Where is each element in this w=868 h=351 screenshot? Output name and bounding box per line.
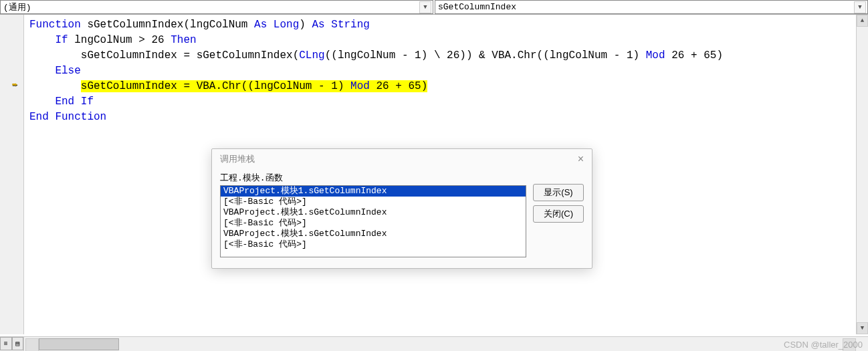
- t: 26 + 65): [370, 80, 427, 92]
- kw: CLng: [299, 49, 324, 62]
- horizontal-scrollbar[interactable]: [25, 338, 856, 350]
- procedure-dropdown[interactable]: sGetColumnIndex ▼: [435, 0, 868, 14]
- list-item[interactable]: [<非-Basic 代码>]: [221, 239, 526, 250]
- t: lngColNum > 26: [68, 34, 171, 46]
- t: sGetColumnIndex = sGetColumnIndex(: [81, 49, 299, 62]
- dialog-titlebar[interactable]: 调用堆栈 ×: [212, 149, 592, 169]
- kw: End If: [55, 96, 94, 108]
- scroll-down-icon[interactable]: ▼: [857, 322, 868, 334]
- stack-list[interactable]: VBAProject.模块1.sGetColumnIndex [<非-Basic…: [220, 185, 526, 257]
- list-item[interactable]: [<非-Basic 代码>]: [221, 197, 526, 207]
- execution-pointer-icon: ➨: [12, 79, 17, 90]
- bottom-bar: ≡ ▤: [0, 336, 868, 351]
- close-icon[interactable]: ×: [578, 153, 584, 165]
- list-item[interactable]: [<非-Basic 代码>]: [221, 218, 526, 229]
- close-button[interactable]: 关闭(C): [533, 205, 584, 223]
- dialog-title-text: 调用堆栈: [220, 153, 255, 165]
- gutter: ➨: [0, 15, 24, 334]
- object-dropdown[interactable]: (通用) ▼: [0, 0, 433, 14]
- kw: End Function: [29, 111, 106, 123]
- t: 26 + 65): [665, 49, 723, 62]
- t: sGetColumnIndex = VBA.Chr((lngColNum - 1…: [81, 80, 350, 92]
- callstack-dialog: 调用堆栈 × 工程.模块.函数 VBAProject.模块1.sGetColum…: [211, 148, 592, 269]
- kw: Then: [171, 34, 196, 46]
- scroll-up-icon[interactable]: ▲: [857, 15, 868, 27]
- list-item[interactable]: VBAProject.模块1.sGetColumnIndex: [221, 207, 526, 218]
- t: sGetColumnIndex(lngColNum: [81, 19, 254, 31]
- single-view-icon[interactable]: ≡: [0, 337, 12, 350]
- chevron-down-icon[interactable]: ▼: [854, 1, 866, 13]
- object-dropdown-text: (通用): [3, 1, 31, 13]
- view-toggle: ≡ ▤: [0, 337, 24, 351]
- kw: As String: [312, 19, 369, 31]
- full-view-icon[interactable]: ▤: [12, 337, 24, 350]
- button-column: 显示(S) 关闭(C): [533, 172, 584, 257]
- list-item[interactable]: VBAProject.模块1.sGetColumnIndex: [221, 229, 526, 239]
- vertical-scrollbar[interactable]: ▲ ▼: [856, 15, 868, 334]
- t: ((lngColNum - 1) \ 26)) & VBA.Chr((lngCo…: [325, 49, 646, 62]
- kw: Else: [55, 65, 80, 77]
- kw: Mod: [646, 49, 665, 62]
- kw: If: [55, 34, 68, 46]
- stack-column: 工程.模块.函数 VBAProject.模块1.sGetColumnIndex …: [220, 172, 526, 257]
- stack-label: 工程.模块.函数: [220, 172, 526, 184]
- procedure-dropdown-text: sGetColumnIndex: [438, 2, 516, 12]
- hl: sGetColumnIndex = VBA.Chr((lngColNum - 1…: [81, 80, 428, 92]
- list-item[interactable]: VBAProject.模块1.sGetColumnIndex: [221, 186, 526, 197]
- scroll-thumb[interactable]: [39, 338, 119, 350]
- dialog-body: 工程.模块.函数 VBAProject.模块1.sGetColumnIndex …: [212, 169, 592, 268]
- kw: Function: [29, 19, 81, 31]
- kw: Mod: [350, 80, 370, 92]
- watermark: CSDN @taller_2000: [784, 340, 863, 350]
- dropdown-bar: (通用) ▼ sGetColumnIndex ▼: [0, 0, 868, 15]
- t: ): [299, 19, 312, 31]
- kw: As Long: [254, 19, 299, 31]
- chevron-down-icon[interactable]: ▼: [419, 1, 431, 13]
- show-button[interactable]: 显示(S): [533, 184, 584, 201]
